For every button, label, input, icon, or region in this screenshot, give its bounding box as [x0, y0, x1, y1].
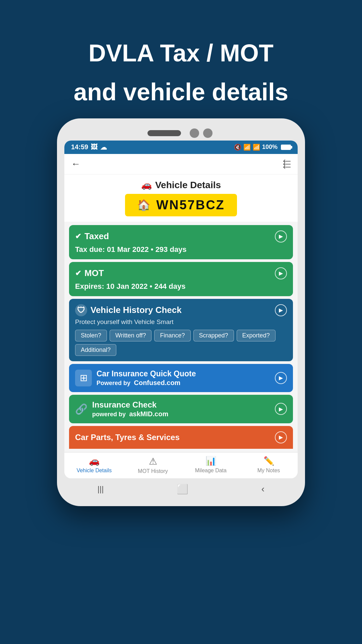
plate-number: WN57BCZ — [156, 198, 225, 212]
insurance-check-arrow: ▶ — [275, 403, 287, 415]
phone-top-bar — [64, 128, 298, 138]
tag-additional[interactable]: Additional? — [75, 344, 116, 356]
car-parts-card-partial[interactable]: Car Parts, Tyres & Services ▶ — [69, 426, 293, 449]
phone-bottom-nav: ||| ⬜ ‹ — [64, 478, 298, 496]
nav-mileage[interactable]: 📊 Mileage Data — [194, 456, 228, 474]
page-header-area: DVLA Tax / MOT and vehicle details — [0, 0, 362, 118]
mot-history-nav-icon: ⚠ — [149, 456, 157, 467]
mileage-nav-label: Mileage Data — [195, 468, 227, 474]
number-plate: 🏠 WN57BCZ — [125, 194, 237, 216]
status-signal-icon: 📶 — [253, 144, 260, 151]
status-bar: 14:59 🖼 ☁ 🔇 📶 📶 100% — [64, 141, 298, 154]
history-card-description: Protect yourself with Vehicle Smart — [75, 318, 287, 326]
phone-frame: 14:59 🖼 ☁ 🔇 📶 📶 100% ← ⬱ 🚗 Vehicle Detai… — [57, 118, 305, 506]
link-icon: 🔗 — [75, 403, 87, 415]
page-header-line1: DVLA Tax / MOT — [27, 39, 335, 67]
car-parts-title: Car Parts, Tyres & Services — [75, 433, 180, 442]
car-parts-arrow: ▶ — [275, 431, 287, 443]
mot-checkmark-icon: ✔ — [75, 269, 81, 278]
status-right: 🔇 📶 📶 100% — [234, 144, 291, 151]
tag-exported[interactable]: Exported? — [237, 330, 276, 341]
back-button[interactable]: ← — [71, 159, 80, 169]
askmid-brand: askMID.com — [129, 410, 168, 418]
phone-screen: 14:59 🖼 ☁ 🔇 📶 📶 100% ← ⬱ 🚗 Vehicle Detai… — [64, 141, 298, 478]
confused-brand: Confused.com — [134, 379, 180, 386]
page-header-line2: and vehicle details — [27, 77, 335, 106]
insurance-quote-arrow: ▶ — [275, 372, 287, 384]
status-mute-icon: 🔇 — [234, 144, 241, 151]
phone-home-button[interactable]: ⬜ — [177, 484, 188, 495]
history-tags: Stolen? Written off? Finance? Scrapped? … — [75, 330, 287, 356]
mileage-nav-icon: 📊 — [205, 456, 216, 466]
insurance-quote-powered: Powered by Confused.com — [97, 379, 275, 387]
insurance-check-card[interactable]: 🔗 Insurance Check powered by askMID.com … — [69, 395, 293, 423]
status-gallery-icon: 🖼 — [91, 143, 98, 151]
notes-nav-icon: ✏️ — [263, 456, 274, 466]
mot-history-nav-label: MOT History — [138, 468, 168, 474]
status-cloud-icon: ☁ — [100, 143, 107, 151]
vehicle-details-nav-icon: 🚗 — [89, 456, 100, 466]
history-card-title: Vehicle History Check — [90, 305, 182, 315]
number-plate-wrapper: 🏠 WN57BCZ — [64, 194, 298, 222]
notes-nav-label: My Notes — [257, 468, 280, 474]
phone-camera-right — [203, 128, 213, 138]
history-card-arrow: ▶ — [275, 304, 287, 316]
insurance-check-powered: powered by askMID.com — [92, 410, 275, 418]
nav-mot-history[interactable]: ⚠ MOT History — [136, 456, 170, 474]
insurance-quote-title: Car Insurance Quick Quote — [97, 369, 275, 378]
phone-camera-left — [190, 128, 199, 138]
tag-scrapped[interactable]: Scrapped? — [193, 330, 234, 341]
mot-card-title: MOT — [84, 268, 104, 278]
tag-written-off[interactable]: Written off? — [110, 330, 152, 341]
nav-vehicle-details[interactable]: 🚗 Vehicle Details — [76, 456, 112, 474]
tax-card-arrow: ▶ — [275, 230, 287, 243]
tax-card-subtitle: Tax due: 01 Mar 2022 • 293 days — [75, 245, 287, 254]
phone-back-button[interactable]: ‹ — [261, 484, 264, 494]
tax-card[interactable]: ✔ Taxed ▶ Tax due: 01 Mar 2022 • 293 day… — [69, 225, 293, 259]
vehicle-details-nav-label: Vehicle Details — [76, 468, 112, 474]
status-left: 14:59 🖼 ☁ — [71, 143, 107, 151]
insurance-quote-card[interactable]: ⊞ Car Insurance Quick Quote Powered by C… — [69, 364, 293, 392]
status-time: 14:59 — [71, 143, 88, 151]
phone-recent-button[interactable]: ||| — [98, 484, 104, 494]
nav-bar: ← ⬱ — [64, 154, 298, 174]
bottom-nav: 🚗 Vehicle Details ⚠ MOT History 📊 Mileag… — [64, 452, 298, 478]
history-check-card[interactable]: 🛡 Vehicle History Check ▶ Protect yourse… — [69, 299, 293, 361]
insurance-check-title: Insurance Check — [92, 400, 275, 410]
mot-card-arrow: ▶ — [275, 267, 287, 279]
car-icon: 🚗 — [141, 180, 152, 190]
nav-notes[interactable]: ✏️ My Notes — [252, 456, 286, 474]
phone-speaker — [147, 130, 181, 136]
share-button[interactable]: ⬱ — [283, 159, 291, 169]
shield-icon: 🛡 — [75, 304, 87, 316]
mot-card-subtitle: Expires: 10 Jan 2022 • 244 days — [75, 282, 287, 291]
calculator-icon: ⊞ — [75, 370, 92, 386]
mot-card[interactable]: ✔ MOT ▶ Expires: 10 Jan 2022 • 244 days — [69, 262, 293, 296]
screen-content: 🚗 Vehicle Details 🏠 WN57BCZ ✔ Taxed ▶ — [64, 174, 298, 452]
status-battery-text: 100% — [262, 144, 278, 151]
status-wifi-icon: 📶 — [243, 144, 251, 151]
tag-finance[interactable]: Finance? — [154, 330, 190, 341]
battery-icon — [281, 145, 291, 150]
vehicle-details-heading: 🚗 Vehicle Details — [64, 174, 298, 194]
tax-checkmark-icon: ✔ — [75, 232, 81, 241]
vehicle-details-title: Vehicle Details — [155, 180, 221, 191]
plate-garage-icon: 🏠 — [137, 199, 152, 211]
tax-card-title: Taxed — [84, 231, 109, 241]
tag-stolen[interactable]: Stolen? — [75, 330, 107, 341]
